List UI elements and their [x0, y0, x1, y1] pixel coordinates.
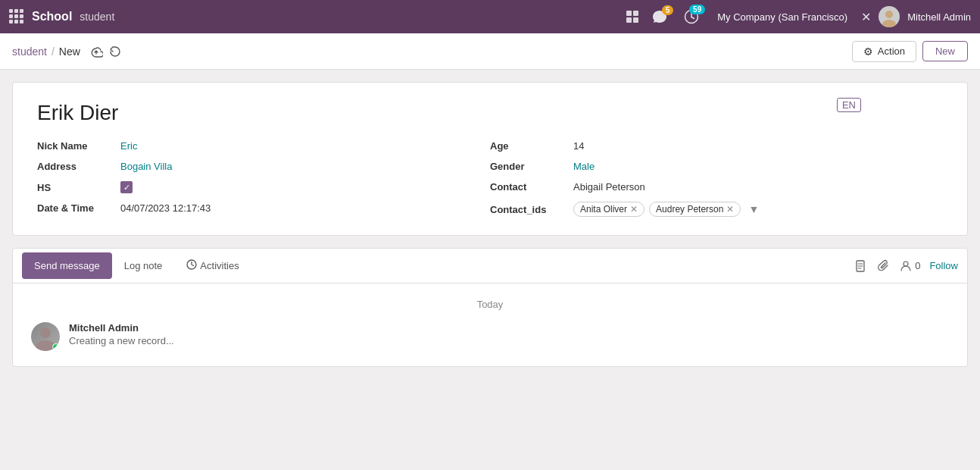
new-button[interactable]: New	[922, 41, 968, 61]
nick-name-value[interactable]: Eric	[120, 140, 137, 152]
svg-point-6	[882, 20, 896, 27]
datetime-label: Date & Time	[37, 202, 120, 214]
form-grid: Nick Name Eric Address Bogain Villa HS ✓…	[37, 140, 943, 217]
message-author: Mitchell Admin	[69, 322, 949, 334]
contact-tag-2[interactable]: Audrey Peterson ✕	[649, 202, 741, 217]
svg-point-10	[40, 327, 51, 338]
log-note-tab[interactable]: Log note	[112, 252, 175, 279]
action-button[interactable]: ⚙ Action	[852, 41, 916, 62]
app-grid-icon[interactable]	[9, 9, 24, 24]
contact-label: Contact	[490, 181, 573, 193]
breadcrumb-icons	[89, 45, 121, 58]
address-value[interactable]: Bogain Villa	[120, 161, 172, 172]
gear-icon: ⚙	[863, 45, 873, 58]
contact-ids-label: Contact_ids	[490, 204, 573, 215]
datetime-row: Date & Time 04/07/2023 12:17:43	[37, 202, 490, 214]
age-value[interactable]: 14	[573, 140, 584, 152]
followers-number: 0	[915, 260, 920, 271]
hs-label: HS	[37, 182, 120, 193]
message-text: Creating a new record...	[69, 335, 949, 346]
datetime-value[interactable]: 04/07/2023 12:17:43	[120, 202, 211, 214]
breadcrumb-link[interactable]: student	[12, 45, 47, 58]
contact-row: Contact Abigail Peterson	[490, 181, 943, 193]
app-name[interactable]: School	[32, 10, 72, 24]
chatter-date-divider: Today	[31, 299, 949, 310]
contact-ids-caret[interactable]: ▼	[748, 203, 759, 215]
breadcrumb: student / New	[12, 45, 80, 58]
age-label: Age	[490, 140, 573, 152]
svg-rect-0	[626, 11, 632, 16]
svg-rect-1	[633, 11, 638, 16]
send-message-tab[interactable]: Send message	[22, 252, 112, 279]
contact-value[interactable]: Abigail Peterson	[573, 181, 645, 193]
hs-row: HS ✓	[37, 181, 490, 193]
gender-value[interactable]: Male	[573, 161, 595, 172]
svg-point-5	[885, 11, 893, 18]
language-badge[interactable]: EN	[837, 98, 861, 112]
nick-name-label: Nick Name	[37, 140, 120, 152]
message-avatar	[31, 322, 60, 351]
top-navigation: School student 5 59 My Com	[0, 0, 980, 33]
breadcrumb-bar: student / New ⚙ Action New	[0, 33, 980, 70]
company-name[interactable]: My Company (San Francisco)	[717, 11, 847, 23]
settings-icon[interactable]: ✕	[861, 10, 871, 24]
grid-nav-icon[interactable]	[625, 9, 640, 24]
contact-ids-field[interactable]: Anita Oliver ✕ Audrey Peterson ✕ ▼	[573, 202, 759, 217]
chat-badge: 5	[662, 5, 674, 15]
svg-rect-3	[633, 17, 638, 23]
activities-tab[interactable]: Activities	[174, 252, 251, 280]
paperclip-icon[interactable]	[877, 259, 891, 273]
contact-tag-2-remove[interactable]: ✕	[726, 204, 734, 215]
action-label: Action	[878, 45, 905, 57]
chatter-actions: 0 Follow	[854, 259, 958, 273]
contact-ids-row: Contact_ids Anita Oliver ✕ Audrey Peters…	[490, 202, 943, 217]
attach-document-icon[interactable]	[854, 259, 868, 273]
contact-tag-1-remove[interactable]: ✕	[630, 204, 638, 215]
form-left: Nick Name Eric Address Bogain Villa HS ✓…	[37, 140, 490, 217]
svg-point-9	[904, 262, 908, 266]
age-row: Age 14	[490, 140, 943, 152]
main-content: EN Erik Dier Nick Name Eric Address Boga…	[0, 70, 980, 379]
address-label: Address	[37, 161, 120, 172]
user-avatar[interactable]	[879, 6, 900, 27]
record-card: EN Erik Dier Nick Name Eric Address Boga…	[12, 82, 968, 236]
hs-checkbox[interactable]: ✓	[120, 181, 133, 193]
record-title: Erik Dier	[37, 101, 943, 125]
chatter-body: Today Mitchell Admin Creating a new reco…	[13, 284, 967, 366]
nick-name-row: Nick Name Eric	[37, 140, 490, 152]
clock-activities-icon	[186, 259, 197, 272]
message-content: Mitchell Admin Creating a new record...	[69, 322, 949, 346]
chatter-message: Mitchell Admin Creating a new record...	[31, 322, 949, 351]
follow-button[interactable]: Follow	[929, 260, 958, 271]
module-name[interactable]: student	[80, 11, 114, 23]
discard-icon[interactable]	[109, 45, 121, 58]
activities-label: Activities	[200, 260, 239, 271]
form-right: Age 14 Gender Male Contact Abigail Peter…	[490, 140, 943, 217]
online-indicator	[52, 343, 59, 350]
address-row: Address Bogain Villa	[37, 161, 490, 172]
breadcrumb-current: New	[59, 45, 80, 58]
gender-row: Gender Male	[490, 161, 943, 172]
activity-badge: 59	[689, 5, 705, 14]
contact-tag-1[interactable]: Anita Oliver ✕	[573, 202, 644, 217]
clock-icon[interactable]: 59	[684, 9, 699, 24]
username: Mitchell Admin	[907, 11, 971, 23]
save-cloud-icon[interactable]	[89, 45, 103, 58]
gender-label: Gender	[490, 161, 573, 172]
svg-rect-2	[626, 17, 632, 23]
breadcrumb-separator: /	[51, 45, 55, 58]
contact-tag-2-name: Audrey Peterson	[656, 204, 723, 215]
nav-icons: 5 59 My Company (San Francisco) ✕ Mitche…	[625, 6, 971, 27]
chatter-tabs: Send message Log note Activities	[13, 249, 967, 284]
chat-icon[interactable]: 5	[652, 10, 667, 24]
followers-count[interactable]: 0	[900, 260, 920, 272]
chatter: Send message Log note Activities	[12, 248, 968, 367]
contact-tag-1-name: Anita Oliver	[580, 204, 627, 215]
